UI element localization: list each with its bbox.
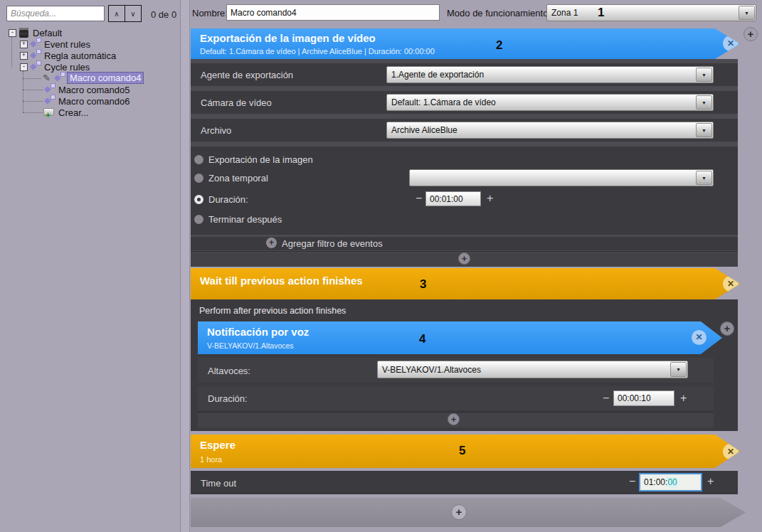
tree-item-crear[interactable]: + Crear... bbox=[0, 107, 180, 118]
pencil-icon: ✎ bbox=[43, 73, 51, 83]
macro-name-input[interactable] bbox=[226, 4, 440, 21]
radio-export-image[interactable] bbox=[194, 155, 203, 164]
close-icon[interactable]: ✕ bbox=[723, 444, 739, 459]
annotation-2: 2 bbox=[496, 38, 502, 53]
wait-action-header[interactable]: Wait till previous action finishes ✕ bbox=[191, 268, 740, 299]
perform-after-label: Perform after previous action finishes bbox=[199, 306, 346, 316]
tree-item-macro-comando6[interactable]: ◆ Macro comando6 bbox=[0, 95, 180, 107]
duration-input[interactable]: 00:01:00 bbox=[425, 191, 481, 206]
close-icon[interactable]: ✕ bbox=[723, 276, 739, 292]
close-icon[interactable]: ✕ bbox=[692, 330, 707, 345]
add-action-nested-button[interactable]: + bbox=[720, 321, 734, 336]
tree-selected-label[interactable]: Macro comando4 bbox=[67, 72, 144, 84]
tree-expander[interactable]: + bbox=[20, 52, 28, 60]
voice-action-subtitle: V-BELYAKOV/1.Altavoces bbox=[207, 341, 294, 350]
minus-icon[interactable]: − bbox=[416, 192, 422, 205]
speakers-select[interactable]: V-BELYAKOV/1.Altavoces ▼ bbox=[377, 361, 688, 378]
add-icon[interactable]: + bbox=[448, 413, 460, 425]
export-action-subtitle: Default: 1.Cámara de vídeo | Archive Ali… bbox=[200, 47, 435, 55]
dropdown-arrow-icon[interactable]: ▼ bbox=[696, 123, 712, 137]
voice-action-title: Notificación por voz bbox=[207, 326, 309, 338]
mode-select[interactable]: Zona 1 ▼ bbox=[546, 4, 756, 21]
export-agent-select[interactable]: 1.Agente de exportación ▼ bbox=[386, 66, 714, 83]
dropdown-arrow-icon[interactable]: ▼ bbox=[739, 6, 755, 20]
rule-icon: ◆ bbox=[44, 85, 55, 95]
archive-select[interactable]: Archive AliceBlue ▼ bbox=[386, 122, 714, 139]
chevron-down-icon: ∨ bbox=[130, 10, 135, 18]
plus-icon[interactable]: + bbox=[487, 192, 493, 205]
search-prev-button[interactable]: ∧ bbox=[108, 5, 125, 22]
tree-expander[interactable]: - bbox=[20, 63, 28, 71]
tree-expander[interactable]: + bbox=[20, 41, 28, 48]
add-icon[interactable]: + bbox=[458, 252, 470, 265]
tree-expander[interactable]: - bbox=[9, 29, 16, 37]
radio-finish-after[interactable] bbox=[194, 215, 203, 224]
selected-time-segment: 00 bbox=[667, 477, 677, 487]
dropdown-arrow-icon[interactable]: ▼ bbox=[696, 68, 712, 82]
annotation-5: 5 bbox=[459, 444, 465, 458]
rule-icon: ◆ bbox=[30, 50, 41, 60]
create-plus-icon: + bbox=[46, 110, 51, 120]
video-camera-select[interactable]: Default: 1.Cámara de vídeo ▼ bbox=[386, 94, 714, 111]
minus-icon[interactable]: − bbox=[603, 392, 609, 405]
chevron-up-icon: ∧ bbox=[114, 10, 119, 18]
add-event-filter-label[interactable]: Agregar filtro de eventos bbox=[282, 238, 383, 249]
espere-action-subtitle: 1 hora bbox=[200, 455, 222, 464]
search-input[interactable] bbox=[6, 6, 105, 21]
plus-icon[interactable]: + bbox=[680, 392, 687, 405]
sidebar: ∧ ∨ 0 de 0 - Default + ◆ Event rules + ◆… bbox=[0, 0, 181, 532]
rule-icon: ◆ bbox=[30, 39, 41, 49]
tree-item-regla-automatica[interactable]: + ◆ Regla automática bbox=[0, 50, 180, 61]
add-filter-icon[interactable]: + bbox=[266, 238, 277, 248]
rule-icon: ◆ bbox=[44, 96, 55, 106]
radio-duration[interactable] bbox=[194, 195, 203, 204]
rule-icon: ◆ bbox=[54, 73, 65, 83]
export-action-header[interactable]: Exportación de la imagen de vídeo Defaul… bbox=[191, 28, 740, 59]
tree-item-event-rules[interactable]: + ◆ Event rules bbox=[0, 38, 180, 50]
dropdown-arrow-icon[interactable]: ▼ bbox=[696, 95, 712, 110]
voice-action-header[interactable]: Notificación por voz V-BELYAKOV/1.Altavo… bbox=[198, 321, 722, 354]
sidebar-splitter[interactable] bbox=[181, 0, 190, 532]
mode-label: Modo de funcionamiento bbox=[447, 8, 548, 18]
add-action-top-button[interactable]: + bbox=[744, 27, 758, 41]
annotation-1: 1 bbox=[598, 6, 604, 20]
tree-item-macro-comando5[interactable]: ◆ Macro comando5 bbox=[0, 84, 180, 95]
espere-action-title: Espere bbox=[200, 439, 236, 451]
time-zone-select[interactable]: ▼ bbox=[409, 169, 714, 186]
minus-icon[interactable]: − bbox=[629, 475, 635, 488]
add-icon[interactable]: + bbox=[451, 504, 467, 520]
name-label: Nombre: bbox=[192, 8, 228, 18]
timeout-input[interactable]: 01:00:00 bbox=[639, 473, 702, 491]
wait-action-title: Wait till previous action finishes bbox=[200, 275, 363, 287]
radio-time-zone[interactable] bbox=[194, 174, 203, 183]
dropdown-arrow-icon[interactable]: ▼ bbox=[696, 171, 712, 185]
rule-icon: ◆ bbox=[30, 62, 41, 72]
server-icon bbox=[19, 28, 28, 38]
voice-duration-input[interactable]: 00:00:10 bbox=[613, 390, 674, 406]
close-icon[interactable]: ✕ bbox=[723, 36, 739, 51]
annotation-3: 3 bbox=[420, 277, 426, 292]
add-action-bottom-bar[interactable] bbox=[191, 498, 746, 527]
search-next-button[interactable]: ∨ bbox=[125, 5, 142, 22]
annotation-4: 4 bbox=[419, 332, 425, 346]
search-result-counter: 0 de 0 bbox=[151, 9, 176, 20]
plus-icon[interactable]: + bbox=[707, 475, 714, 488]
tree-item-macro-comando4[interactable]: ✎ ◆ Macro comando4 bbox=[0, 73, 180, 84]
export-action-title: Exportación de la imagen de vídeo bbox=[200, 32, 376, 44]
tree-item-default[interactable]: - Default bbox=[0, 27, 180, 38]
tree-item-cycle-rules[interactable]: - ◆ Cycle rules bbox=[0, 61, 180, 73]
dropdown-arrow-icon[interactable]: ▼ bbox=[670, 362, 687, 377]
